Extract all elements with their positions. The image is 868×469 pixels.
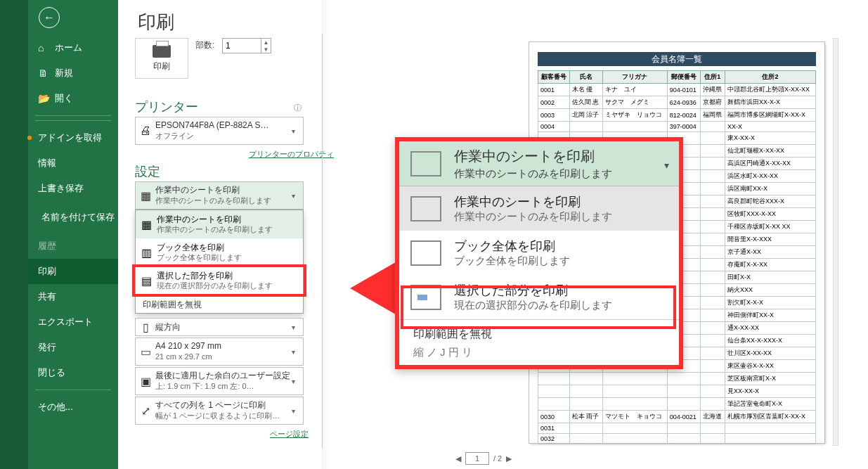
callout-dropdown-zoom: ▾ 作業中のシートを印刷作業中のシートのみを印刷します 作業中のシートを印刷作業… xyxy=(395,137,683,369)
sidebar-accent xyxy=(0,0,28,469)
copies-spinner[interactable]: ▲▼ xyxy=(261,38,271,53)
sidebar-label: 名前を付けて保存 xyxy=(41,212,115,222)
selection-icon: ▤ xyxy=(136,274,157,288)
printer-select[interactable]: 🖨 EPSON744F8A (EP-882A S… オフライン ▾ xyxy=(135,117,304,145)
sidebar-label: 開く xyxy=(55,92,73,105)
orientation-select[interactable]: ▯ 縦方向 ▾ xyxy=(135,318,304,336)
sidebar-item-0[interactable]: ⌂ホーム xyxy=(28,35,118,60)
sidebar-label: その他... xyxy=(38,401,73,413)
back-button[interactable]: ← xyxy=(39,7,60,28)
callout-option-selection[interactable]: 選択した部分を印刷現在の選択部分のみを印刷します xyxy=(399,275,679,319)
sidebar-item-9[interactable]: 共有 xyxy=(28,284,118,309)
sidebar-label: 閉じる xyxy=(38,366,65,379)
workbook-icon: ▥ xyxy=(136,246,157,259)
sidebar-label: アドインを取得 xyxy=(38,131,102,144)
sidebar-item-12[interactable]: 閉じる xyxy=(28,360,118,385)
sidebar-icon: 🗎 xyxy=(38,68,51,79)
sidebar-item-2[interactable]: 📂開く xyxy=(28,86,118,111)
page-setup-link[interactable]: ページ設定 xyxy=(270,429,309,439)
page-number-input[interactable]: 1 xyxy=(465,452,489,465)
sidebar-item-8[interactable]: 印刷 xyxy=(28,259,118,284)
sidebar-label: 発行 xyxy=(38,341,56,354)
paper-size-select[interactable]: ▭ A4 210 x 297 mm21 cm x 29.7 cm ▾ xyxy=(135,338,304,366)
sidebar-label: 印刷 xyxy=(38,265,56,278)
main-area: 印刷 印刷 部数: ▲▼ プリンター ⓘ 🖨 EPSON744F8A (EP-8… xyxy=(118,0,868,469)
print-button-label: 印刷 xyxy=(153,60,170,72)
print-button[interactable]: 印刷 xyxy=(135,38,188,79)
settings-section-label: 設定 xyxy=(135,163,160,180)
sidebar-label: 新規 xyxy=(55,67,73,79)
printer-name: EPSON744F8A (EP-882A S… xyxy=(155,120,292,131)
selection-icon xyxy=(410,285,441,310)
workbook-icon xyxy=(410,240,441,266)
scaling-icon: ⤢ xyxy=(136,397,155,424)
sidebar-icon: 📂 xyxy=(38,93,51,104)
dd-option-entire-workbook[interactable]: ▥ ブック全体を印刷ブック全体を印刷します xyxy=(136,238,303,266)
printer-properties-link[interactable]: プリンターのプロパティ xyxy=(249,149,334,160)
orientation-icon: ▯ xyxy=(136,319,155,335)
next-page[interactable]: ▶ xyxy=(506,454,512,463)
sheet-icon: ▦ xyxy=(136,218,157,231)
sidebar-item-5[interactable]: 上書き保存 xyxy=(28,176,118,201)
dd-ignore-print-area[interactable]: 印刷範囲を無視 xyxy=(136,295,303,313)
margins-select[interactable]: ▣ 最後に適用した余白のユーザー設定上: 1.9 cm 下: 1.9 cm 左:… xyxy=(135,367,304,395)
page-title: 印刷 xyxy=(138,10,174,34)
chevron-down-icon: ▾ xyxy=(292,407,303,415)
sidebar-item-10[interactable]: エクスポート xyxy=(28,309,118,335)
callout-truncated-row: 縮ノJ円リ xyxy=(399,346,679,365)
callout-ignore-print-area[interactable]: 印刷範囲を無視 xyxy=(399,319,679,346)
print-what-sub: 作業中のシートのみを印刷します xyxy=(155,195,292,206)
printer-status: オフライン xyxy=(155,131,292,141)
sidebar-item-6[interactable]: 名前を付けて保存 xyxy=(28,201,118,233)
sidebar-label: 上書き保存 xyxy=(38,182,84,195)
callout-option-active-sheet[interactable]: 作業中のシートを印刷作業中のシートのみを印刷します xyxy=(399,186,679,231)
sidebar-icon: ⌂ xyxy=(38,42,51,53)
sidebar-item-11[interactable]: 発行 xyxy=(28,335,118,360)
page-total: / 2 xyxy=(493,454,502,463)
chevron-down-icon: ▾ xyxy=(292,127,303,135)
sidebar-item-4[interactable]: 情報 xyxy=(28,150,118,176)
sidebar-item-7: 履歴 xyxy=(28,233,118,259)
preview-title: 会員名簿一覧 xyxy=(538,52,816,66)
chevron-down-icon: ▾ xyxy=(292,323,303,331)
sheet-icon xyxy=(410,151,441,176)
sidebar-item-3[interactable]: アドインを取得 xyxy=(28,125,118,150)
backstage-sidebar: ← ⌂ホーム🗎新規📂開くアドインを取得情報上書き保存名前を付けて保存履歴印刷共有… xyxy=(0,0,118,469)
print-what-title: 作業中のシートを印刷 xyxy=(155,185,292,195)
chevron-down-icon: ▾ xyxy=(664,160,669,171)
sheet-icon: ▦ xyxy=(136,182,155,209)
copies-label: 部数: xyxy=(195,39,214,51)
preview-scrollbar[interactable] xyxy=(833,38,838,446)
chevron-down-icon: ▾ xyxy=(292,348,303,356)
print-what-dropdown: ▦ 作業中のシートを印刷作業中のシートのみを印刷します ▥ ブック全体を印刷ブッ… xyxy=(135,210,304,314)
print-what-select[interactable]: ▦ 作業中のシートを印刷 作業中のシートのみを印刷します ▾ xyxy=(135,181,304,210)
margins-icon: ▣ xyxy=(136,368,155,394)
sidebar-label: 共有 xyxy=(38,290,56,303)
sidebar-label: エクスポート xyxy=(38,316,93,328)
sidebar-label: ホーム xyxy=(55,41,82,54)
chevron-down-icon: ▾ xyxy=(292,192,303,200)
sidebar-item-1[interactable]: 🗎新規 xyxy=(28,60,118,86)
prev-page[interactable]: ◀ xyxy=(455,454,461,463)
info-icon[interactable]: ⓘ xyxy=(294,103,302,113)
copies-input[interactable] xyxy=(222,38,261,53)
sidebar-item-13[interactable]: その他... xyxy=(28,394,118,420)
dd-option-active-sheet[interactable]: ▦ 作業中のシートを印刷作業中のシートのみを印刷します xyxy=(136,210,303,238)
scaling-select[interactable]: ⤢ すべての列を 1 ページに印刷幅が 1 ページに収まるように印刷… ▾ xyxy=(135,397,304,425)
paper-icon: ▭ xyxy=(136,338,155,365)
printer-device-icon: 🖨 xyxy=(136,117,155,144)
sidebar-label: 履歴 xyxy=(38,240,56,252)
dd-option-selection[interactable]: ▤ 選択した部分を印刷現在の選択部分のみを印刷します xyxy=(136,266,303,295)
page-navigator: ◀ 1 / 2 ▶ xyxy=(455,452,512,465)
printer-section-label: プリンター xyxy=(135,98,198,115)
callout-option-entire-workbook[interactable]: ブック全体を印刷ブック全体を印刷します xyxy=(399,231,679,275)
chevron-down-icon: ▾ xyxy=(292,378,303,385)
printer-icon xyxy=(153,45,171,58)
sidebar-label: 情報 xyxy=(38,157,56,169)
callout-tail xyxy=(350,260,399,316)
sheet-icon xyxy=(410,196,441,221)
